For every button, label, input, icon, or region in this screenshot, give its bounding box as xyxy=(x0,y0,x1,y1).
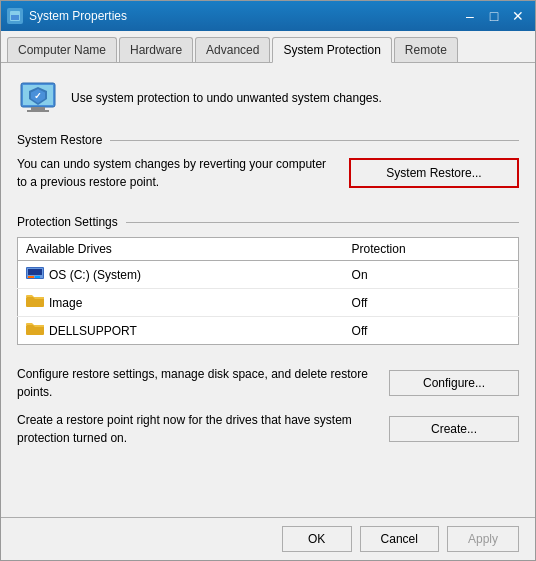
minimize-button[interactable]: – xyxy=(459,5,481,27)
tab-system-protection[interactable]: System Protection xyxy=(272,37,391,63)
create-button[interactable]: Create... xyxy=(389,416,519,442)
configure-row: Configure restore settings, manage disk … xyxy=(17,365,519,401)
svg-text:✓: ✓ xyxy=(34,91,42,101)
drive-dellsupport-label: DELLSUPPORT xyxy=(49,324,137,338)
configure-button[interactable]: Configure... xyxy=(389,370,519,396)
info-text: Use system protection to undo unwanted s… xyxy=(71,90,382,107)
tab-hardware[interactable]: Hardware xyxy=(119,37,193,62)
configure-text: Configure restore settings, manage disk … xyxy=(17,365,377,401)
svg-rect-1 xyxy=(11,15,19,20)
drive-dellsupport-protection: Off xyxy=(344,317,519,345)
system-restore-label: System Restore xyxy=(17,133,519,147)
protection-icon: ✓ xyxy=(17,77,59,119)
drive-os: OS (C:) (System) xyxy=(18,261,344,289)
ok-button[interactable]: OK xyxy=(282,526,352,552)
restore-row: You can undo system changes by reverting… xyxy=(17,155,519,191)
table-row[interactable]: DELLSUPPORT Off xyxy=(18,317,519,345)
drive-image-protection: Off xyxy=(344,289,519,317)
folder-icon xyxy=(26,293,44,312)
svg-rect-13 xyxy=(28,276,34,278)
apply-button[interactable]: Apply xyxy=(447,526,519,552)
drive-image: Image xyxy=(18,289,344,317)
window-icon xyxy=(7,8,23,24)
title-bar: System Properties – □ ✕ xyxy=(1,1,535,31)
maximize-button[interactable]: □ xyxy=(483,5,505,27)
system-restore-button[interactable]: System Restore... xyxy=(349,158,519,188)
cancel-button[interactable]: Cancel xyxy=(360,526,439,552)
drive-image-label: Image xyxy=(49,296,82,310)
system-properties-window: System Properties – □ ✕ Computer Name Ha… xyxy=(0,0,536,561)
footer: OK Cancel Apply xyxy=(1,517,535,560)
drive-os-label: OS (C:) (System) xyxy=(49,268,141,282)
protection-settings-label: Protection Settings xyxy=(17,215,519,229)
close-button[interactable]: ✕ xyxy=(507,5,529,27)
tab-computer-name[interactable]: Computer Name xyxy=(7,37,117,62)
info-section: ✓ Use system protection to undo unwanted… xyxy=(17,77,519,119)
table-row[interactable]: Image Off xyxy=(18,289,519,317)
table-row[interactable]: OS (C:) (System) On xyxy=(18,261,519,289)
folder-icon-2 xyxy=(26,321,44,340)
tab-remote[interactable]: Remote xyxy=(394,37,458,62)
tab-content: ✓ Use system protection to undo unwanted… xyxy=(1,63,535,517)
svg-rect-2 xyxy=(11,12,19,15)
col-protection: Protection xyxy=(344,238,519,261)
os-drive-icon xyxy=(26,265,44,284)
tab-advanced[interactable]: Advanced xyxy=(195,37,270,62)
drive-os-protection: On xyxy=(344,261,519,289)
svg-rect-12 xyxy=(28,269,42,275)
tab-bar: Computer Name Hardware Advanced System P… xyxy=(1,31,535,63)
drives-table: Available Drives Protection xyxy=(17,237,519,345)
restore-description: You can undo system changes by reverting… xyxy=(17,155,333,191)
svg-rect-14 xyxy=(35,276,40,278)
svg-rect-5 xyxy=(31,107,45,110)
system-restore-section: System Restore You can undo system chang… xyxy=(17,133,519,205)
protection-settings-section: Protection Settings Available Drives Pro… xyxy=(17,215,519,355)
drive-dellsupport: DELLSUPPORT xyxy=(18,317,344,345)
col-drives: Available Drives xyxy=(18,238,344,261)
svg-rect-6 xyxy=(27,110,49,112)
window-controls: – □ ✕ xyxy=(459,5,529,27)
window-title: System Properties xyxy=(29,9,127,23)
title-bar-content: System Properties xyxy=(7,8,127,24)
create-row: Create a restore point right now for the… xyxy=(17,411,519,447)
create-text: Create a restore point right now for the… xyxy=(17,411,377,447)
